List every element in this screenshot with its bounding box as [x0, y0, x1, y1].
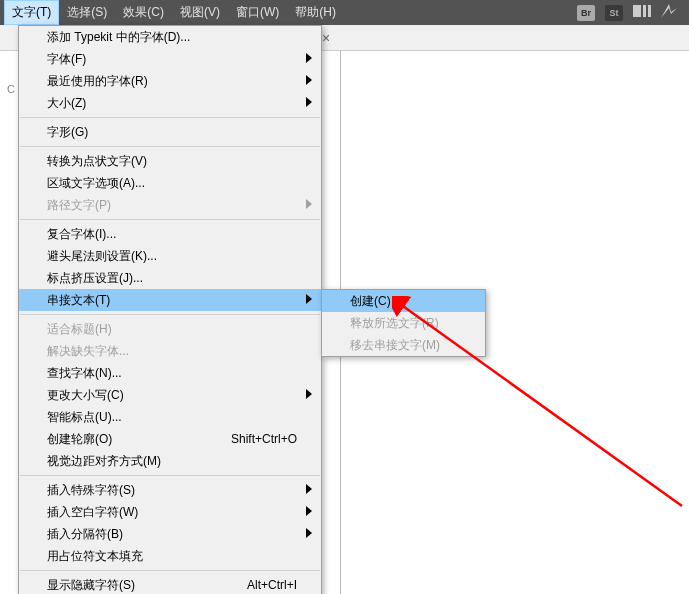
menu-separator [20, 314, 320, 315]
menu-item[interactable]: 插入空白字符(W) [19, 501, 321, 523]
menu-item[interactable]: 复合字体(I)... [19, 223, 321, 245]
submenu-arrow-icon [305, 52, 313, 67]
menu-item-label: 更改大小写(C) [47, 387, 124, 404]
menu-shortcut: Shift+Ctrl+O [231, 432, 297, 446]
menu-effect[interactable]: 效果(C) [115, 0, 172, 25]
menu-item-label: 避头尾法则设置(K)... [47, 248, 157, 265]
menu-item[interactable]: 创建轮廓(O)Shift+Ctrl+O [19, 428, 321, 450]
svg-rect-2 [648, 5, 651, 17]
close-icon[interactable]: × [322, 30, 330, 46]
menu-item-label: 查找字体(N)... [47, 365, 122, 382]
menu-item-label: 插入分隔符(B) [47, 526, 123, 543]
menu-item-label: 创建(C) [350, 293, 391, 310]
menu-item-label: 用占位符文本填充 [47, 548, 143, 565]
menu-separator [20, 219, 320, 220]
send-icon[interactable] [661, 4, 677, 21]
menu-window[interactable]: 窗口(W) [228, 0, 287, 25]
menu-item[interactable]: 区域文字选项(A)... [19, 172, 321, 194]
menu-item[interactable]: 字体(F) [19, 48, 321, 70]
menu-item[interactable]: 创建(C) [322, 290, 485, 312]
menu-item[interactable]: 最近使用的字体(R) [19, 70, 321, 92]
menu-item[interactable]: 转换为点状文字(V) [19, 150, 321, 172]
menu-separator [20, 117, 320, 118]
menu-item-label: 释放所选文字(R) [350, 315, 439, 332]
menu-item-label: 串接文本(T) [47, 292, 110, 309]
menu-item-label: 区域文字选项(A)... [47, 175, 145, 192]
submenu-arrow-icon [305, 293, 313, 308]
menu-item[interactable]: 字形(G) [19, 121, 321, 143]
menu-item[interactable]: 添加 Typekit 中的字体(D)... [19, 26, 321, 48]
menu-item-label: 路径文字(P) [47, 197, 111, 214]
menu-item-label: 字形(G) [47, 124, 88, 141]
menu-item: 解决缺失字体... [19, 340, 321, 362]
thread-text-submenu: 创建(C)释放所选文字(R)移去串接文字(M) [321, 289, 486, 357]
submenu-arrow-icon [305, 388, 313, 403]
svg-rect-1 [643, 5, 646, 17]
menu-item[interactable]: 插入分隔符(B) [19, 523, 321, 545]
menu-item[interactable]: 大小(Z) [19, 92, 321, 114]
menu-view[interactable]: 视图(V) [172, 0, 228, 25]
menu-item-label: 视觉边距对齐方式(M) [47, 453, 161, 470]
menu-item: 路径文字(P) [19, 194, 321, 216]
menu-item-label: 转换为点状文字(V) [47, 153, 147, 170]
stock-icon[interactable]: St [605, 5, 623, 21]
menu-item[interactable]: 标点挤压设置(J)... [19, 267, 321, 289]
menubar: 文字(T) 选择(S) 效果(C) 视图(V) 窗口(W) 帮助(H) [4, 0, 344, 25]
menu-item-label: 适合标题(H) [47, 321, 112, 338]
svg-rect-0 [633, 5, 641, 17]
menu-item[interactable]: 串接文本(T) [19, 289, 321, 311]
menu-item-label: 复合字体(I)... [47, 226, 116, 243]
topbar-right: Br St [577, 4, 685, 21]
menu-select[interactable]: 选择(S) [59, 0, 115, 25]
arrange-icon[interactable] [633, 4, 651, 21]
menu-item: 移去串接文字(M) [322, 334, 485, 356]
menu-item[interactable]: 视觉边距对齐方式(M) [19, 450, 321, 472]
menu-item-label: 解决缺失字体... [47, 343, 129, 360]
menu-item[interactable]: 插入特殊字符(S) [19, 479, 321, 501]
menu-item-label: 添加 Typekit 中的字体(D)... [47, 29, 190, 46]
submenu-arrow-icon [305, 505, 313, 520]
menu-item-label: 最近使用的字体(R) [47, 73, 148, 90]
menu-separator [20, 570, 320, 571]
menu-separator [20, 475, 320, 476]
submenu-arrow-icon [305, 483, 313, 498]
menu-shortcut: Alt+Ctrl+I [247, 578, 297, 592]
menu-item[interactable]: 避头尾法则设置(K)... [19, 245, 321, 267]
menu-item-label: 创建轮廓(O) [47, 431, 112, 448]
submenu-arrow-icon [305, 527, 313, 542]
menu-item-label: 字体(F) [47, 51, 86, 68]
menu-item-label: 移去串接文字(M) [350, 337, 440, 354]
menu-separator [20, 146, 320, 147]
submenu-arrow-icon [305, 74, 313, 89]
menu-item-label: 标点挤压设置(J)... [47, 270, 143, 287]
menu-item-label: 插入空白字符(W) [47, 504, 138, 521]
panel-letter: C [7, 83, 15, 95]
menu-item-label: 智能标点(U)... [47, 409, 122, 426]
menu-text[interactable]: 文字(T) [4, 0, 59, 25]
menu-item[interactable]: 用占位符文本填充 [19, 545, 321, 567]
topbar: 文字(T) 选择(S) 效果(C) 视图(V) 窗口(W) 帮助(H) Br S… [0, 0, 689, 25]
text-menu-dropdown: 添加 Typekit 中的字体(D)...字体(F)最近使用的字体(R)大小(Z… [18, 25, 322, 594]
menu-item: 释放所选文字(R) [322, 312, 485, 334]
menu-item-label: 插入特殊字符(S) [47, 482, 135, 499]
submenu-arrow-icon [305, 198, 313, 213]
menu-item[interactable]: 更改大小写(C) [19, 384, 321, 406]
menu-item-label: 大小(Z) [47, 95, 86, 112]
menu-item[interactable]: 显示隐藏字符(S)Alt+Ctrl+I [19, 574, 321, 594]
menu-item[interactable]: 查找字体(N)... [19, 362, 321, 384]
menu-help[interactable]: 帮助(H) [287, 0, 344, 25]
menu-item: 适合标题(H) [19, 318, 321, 340]
menu-item[interactable]: 智能标点(U)... [19, 406, 321, 428]
bridge-icon[interactable]: Br [577, 5, 595, 21]
submenu-arrow-icon [305, 96, 313, 111]
menu-item-label: 显示隐藏字符(S) [47, 577, 135, 594]
